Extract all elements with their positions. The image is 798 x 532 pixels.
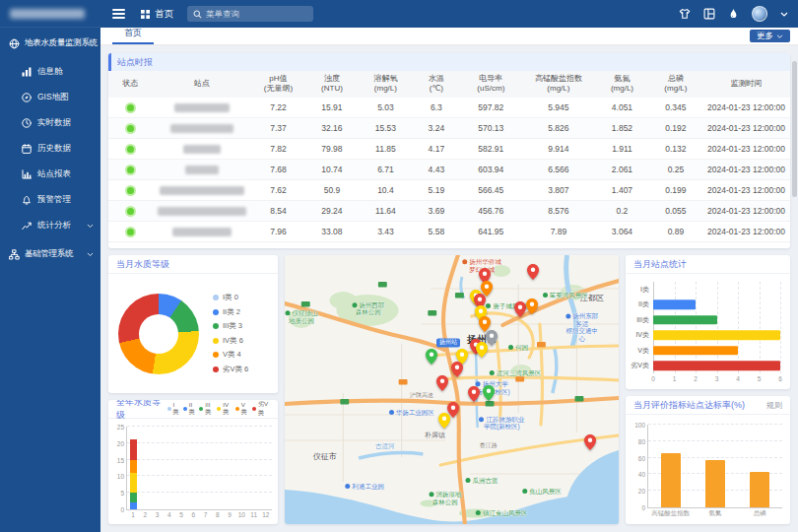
monthly-quality-title: 当月水质等级 (116, 258, 169, 271)
map-pin-green[interactable] (483, 385, 495, 405)
sidebar-item-信息舱[interactable]: 信息舱 (0, 59, 100, 85)
legend-item[interactable]: II类 2 (213, 307, 248, 317)
legend-item[interactable]: IV类 (217, 401, 232, 417)
sidebar-item-GIS地图[interactable]: GIS地图 (0, 85, 100, 110)
search-input[interactable] (206, 9, 307, 19)
cell-total_phosphorus: 0.192 (649, 118, 702, 139)
cell-ammonia_nitrogen: 1.852 (595, 118, 648, 139)
cell-water_temp: 5.19 (413, 180, 460, 201)
cell-total_phosphorus: 0.345 (649, 98, 702, 118)
cell-monitor_time: 2024-01-23 12:00:00 (702, 118, 790, 139)
sidebar-item-站点报表[interactable]: 站点报表 (0, 162, 100, 187)
cell-conductivity: 582.91 (460, 139, 522, 160)
cell-monitor_time: 2024-01-23 12:00:00 (702, 201, 790, 222)
column-header: 站点 (152, 71, 251, 98)
map-pin-orange[interactable] (526, 299, 538, 318)
map-pin-red[interactable] (451, 362, 463, 381)
cell-turbidity: 33.08 (305, 222, 359, 242)
legend-item[interactable]: III类 3 (213, 321, 248, 331)
column-header: 高锰酸盐指数(mg/L) (522, 71, 596, 98)
cell-dissolved_oxygen: 3.43 (359, 222, 412, 242)
status-dot-normal (125, 206, 136, 217)
legend-item[interactable]: I类 (167, 401, 179, 417)
sidebar-group-0[interactable]: 地表水质量监测系统 (0, 28, 100, 59)
status-dot-normal (125, 123, 136, 134)
cell-permanganate_index: 5.945 (522, 98, 596, 118)
map-pin-red[interactable] (527, 264, 539, 284)
sidebar-group-1[interactable]: 基础管理系统 (0, 238, 100, 270)
compliance-bar (750, 472, 769, 507)
cell-dissolved_oxygen: 6.71 (359, 160, 412, 180)
legend-item[interactable]: III类 (199, 401, 213, 417)
search-icon (193, 10, 202, 19)
stacked-bar-segment (130, 473, 137, 493)
admin-system-icon (9, 249, 20, 260)
cell-monitor_time: 2024-01-23 12:00:00 (702, 222, 790, 242)
yearly-quality-legend: I类II类III类IV类V类劣V类 (167, 400, 270, 418)
cell-water_temp: 3.24 (413, 118, 460, 139)
legend-item[interactable]: I类 0 (213, 293, 248, 302)
cell-monitor_time: 2024-01-23 12:00:00 (702, 98, 790, 118)
map-pin-red[interactable] (584, 434, 596, 454)
rules-link[interactable]: 规则 (766, 400, 782, 411)
cell-conductivity: 456.76 (460, 201, 522, 222)
sidebar-item-实时数据[interactable]: 实时数据 (0, 110, 100, 136)
yearly-quality-panel: 全年水质等级 I类II类III类IV类V类劣V类 051015202512345… (108, 400, 278, 524)
station-table-row: 7.9633.083.435.58641.957.893.0640.892024… (108, 222, 790, 242)
cell-total_phosphorus: 0.132 (649, 139, 702, 160)
sidebar-item-历史数据[interactable]: 历史数据 (0, 136, 100, 162)
cell-water_temp: 4.43 (413, 160, 460, 180)
cell-turbidity: 50.9 (305, 180, 359, 201)
cell-dissolved_oxygen: 15.53 (359, 118, 412, 139)
cell-dissolved_oxygen: 10.4 (359, 180, 412, 201)
map-pin-yellow[interactable] (438, 413, 450, 432)
column-header: 水温(℃) (413, 71, 460, 98)
cell-ammonia_nitrogen: 3.064 (595, 222, 648, 242)
cell-ammonia_nitrogen: 0.2 (595, 201, 648, 222)
monthly-station-stats-chart: 0123456I类II类III类IV类V类劣V类 (626, 274, 790, 389)
sidebar-item-统计分析[interactable]: 统计分析 (0, 213, 100, 238)
map-pin-red[interactable] (436, 375, 448, 395)
more-button[interactable]: 更多 (750, 30, 790, 42)
column-header: 总磷(mg/L) (649, 71, 702, 98)
legend-item[interactable]: IV类 6 (213, 336, 248, 346)
map-pin-green[interactable] (426, 349, 437, 368)
layout-icon[interactable] (703, 8, 715, 20)
column-header: 电导率(uS/cm) (460, 71, 522, 98)
page-scrollbar-thumb[interactable] (792, 61, 797, 197)
legend-item[interactable]: V类 4 (213, 350, 248, 360)
cell-ammonia_nitrogen: 1.911 (595, 139, 648, 160)
grid-icon (141, 10, 150, 19)
legend-item[interactable]: 劣V类 (252, 400, 270, 418)
map-pin-red[interactable] (468, 386, 480, 406)
cell-dissolved_oxygen: 5.03 (359, 98, 412, 118)
station-name-redacted (174, 103, 230, 112)
sidebar-item-预警管理[interactable]: 预警管理 (0, 187, 100, 213)
gis-map[interactable]: 扬州市江都区仪征市古运河春江路沪陕高速扬州西部 森林公园仪征捺山 地质公园运河三… (285, 255, 619, 524)
legend-item[interactable]: V类 (235, 401, 248, 417)
breadcrumb-home[interactable]: 首页 (141, 8, 173, 21)
map-pin-yellow[interactable] (476, 342, 488, 362)
compliance-rate-chart: 020406080100高锰酸盐指数氨氮总磷 (626, 415, 790, 524)
avatar[interactable] (752, 6, 767, 22)
cell-permanganate_index: 6.566 (522, 160, 596, 180)
status-dot-normal (125, 185, 136, 196)
stacked-bar-segment (130, 460, 137, 473)
cell-turbidity: 79.98 (305, 139, 359, 160)
main-content: 站点时报 状态站点pH值(无量纲)浊度(NTU)溶解氧(mg/L)水温(℃)电导… (100, 45, 798, 532)
cell-ammonia_nitrogen: 4.051 (595, 98, 648, 118)
theme-icon[interactable] (679, 8, 691, 20)
monthly-station-stats-title: 当月站点统计 (633, 258, 687, 271)
cell-ph: 7.62 (251, 180, 304, 201)
cell-ammonia_nitrogen: 1.407 (595, 180, 648, 201)
legend-item[interactable]: 劣V类 6 (213, 365, 248, 374)
legend-item[interactable]: II类 (183, 401, 196, 417)
station-table: 状态站点pH值(无量纲)浊度(NTU)溶解氧(mg/L)水温(℃)电导率(uS/… (108, 71, 790, 242)
cell-water_temp: 3.69 (413, 201, 460, 222)
chevron-down-icon[interactable] (780, 12, 788, 17)
compliance-bar (661, 453, 681, 507)
map-pin-red[interactable] (514, 301, 526, 321)
menu-toggle-icon[interactable] (110, 7, 127, 21)
station-report-panel: 站点时报 状态站点pH值(无量纲)浊度(NTU)溶解氧(mg/L)水温(℃)电导… (108, 53, 790, 248)
water-drop-icon[interactable] (728, 8, 739, 20)
